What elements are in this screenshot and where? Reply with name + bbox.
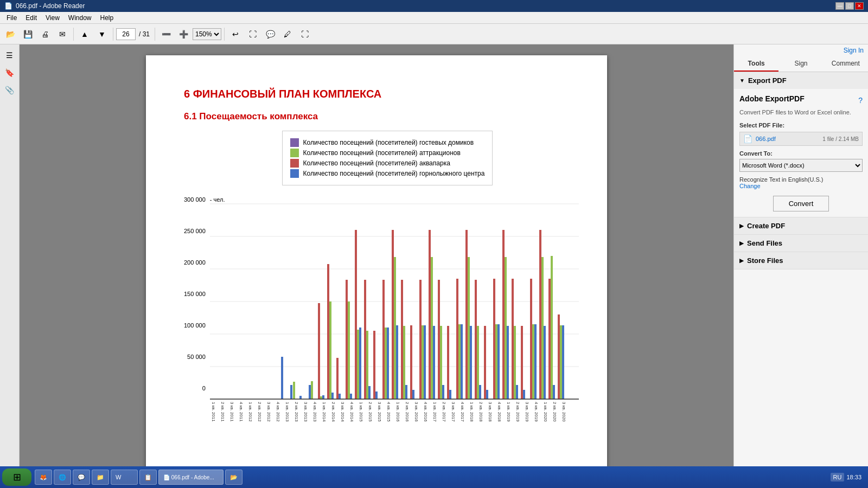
prev-page-button[interactable]: ▲ (76, 27, 93, 42)
print-button[interactable]: 🖨 (37, 27, 53, 42)
svg-text:2 кв. 2015: 2 кв. 2015 (368, 402, 373, 422)
bar (339, 394, 341, 399)
tab-sign[interactable]: Sign (778, 56, 823, 72)
email-button[interactable]: ✉ (54, 27, 71, 42)
comment-button[interactable]: 💬 (262, 27, 278, 42)
taskbar-ie[interactable]: 🌐 (54, 470, 71, 485)
taskbar-adobe[interactable]: 📄 066.pdf - Adobe... (158, 470, 224, 485)
zoom-out-button[interactable]: ➖ (158, 27, 174, 42)
convert-button[interactable]: Convert (773, 196, 829, 211)
send-files-arrow: ▶ (739, 240, 744, 246)
bar (447, 326, 449, 399)
menu-file[interactable]: File (2, 13, 21, 23)
svg-text:3 кв. 2017: 3 кв. 2017 (451, 402, 456, 422)
highlight-button[interactable]: 🖊 (279, 27, 296, 42)
toolbar-sep-4 (224, 28, 225, 41)
open-button[interactable]: 📂 (2, 27, 18, 42)
left-panel: ☰ 🔖 📎 (0, 44, 20, 466)
svg-text:4 кв. 2014: 4 кв. 2014 (349, 402, 354, 422)
taskbar-folder[interactable]: 📂 (225, 470, 242, 485)
bar (431, 257, 433, 399)
legend-color-red (290, 159, 299, 168)
bar (331, 393, 334, 399)
bar (405, 385, 407, 399)
svg-text:2 кв. 2016: 2 кв. 2016 (405, 402, 410, 422)
taskbar-explorer[interactable]: 📁 (92, 470, 109, 485)
bar (523, 390, 525, 399)
next-page-button[interactable]: ▼ (94, 27, 110, 42)
svg-text:3 кв. 2013: 3 кв. 2013 (303, 402, 308, 422)
start-icon: ⊞ (13, 471, 21, 483)
app-icon: 📄 (4, 2, 12, 10)
tab-tools[interactable]: Tools (734, 56, 778, 72)
y-label-100k: 100 000 (184, 322, 206, 329)
clock: 18:33 (846, 474, 861, 480)
svg-text:4 кв. 2019: 4 кв. 2019 (534, 402, 539, 422)
legend-color-purple (290, 138, 299, 147)
bookmark-icon[interactable]: 🔖 (2, 65, 17, 80)
nav-icon[interactable]: ☰ (2, 48, 17, 63)
bar (348, 301, 350, 399)
y-label-250k: 250 000 (184, 228, 206, 234)
title-controls[interactable]: — □ ✕ (835, 2, 864, 10)
bar (403, 326, 405, 399)
bar (558, 314, 560, 399)
taskbar-app6[interactable]: 📋 (139, 470, 157, 485)
svg-text:1 кв. 2013: 1 кв. 2013 (285, 402, 290, 422)
bar (479, 385, 481, 399)
maximize-button[interactable]: □ (845, 2, 854, 10)
tab-comment[interactable]: Comment (824, 56, 868, 72)
y-axis: 300 000 250 000 200 000 150 000 100 000 … (184, 196, 210, 413)
page-number-input[interactable] (116, 28, 136, 40)
send-files-header[interactable]: ▶ Send Files (734, 235, 868, 252)
menu-help[interactable]: Help (96, 13, 118, 23)
bar (394, 257, 396, 399)
start-button[interactable]: ⊞ (2, 468, 31, 486)
bar (477, 326, 479, 399)
pdf-area[interactable]: 6 ФИНАНСОВЫЙ ПЛАН КОМПЛЕКСА 6.1 Посещаем… (20, 44, 733, 466)
save-button[interactable]: 💾 (20, 27, 36, 42)
menu-view[interactable]: View (41, 13, 64, 23)
bar (465, 230, 468, 399)
store-files-label: Store Files (747, 256, 783, 265)
bar (484, 326, 486, 399)
menu-edit[interactable]: Edit (21, 13, 41, 23)
bar (512, 279, 514, 399)
close-button[interactable]: ✕ (855, 2, 864, 10)
svg-text:1 кв. 2011: 1 кв. 2011 (211, 402, 216, 422)
change-link[interactable]: Change (739, 183, 761, 189)
zoom-in-button[interactable]: ➕ (175, 27, 192, 42)
bar (532, 324, 534, 399)
convert-to-select[interactable]: Microsoft Word (*.docx) Microsoft Excel … (739, 159, 863, 172)
fullscreen-button[interactable]: ⛶ (297, 27, 313, 42)
create-pdf-header[interactable]: ▶ Create PDF (734, 217, 868, 234)
bar (551, 256, 553, 399)
zoom-select[interactable]: 150%100%75%200% (193, 28, 221, 40)
rotate-button[interactable]: ↩ (227, 27, 244, 42)
legend-label-2: Количество посещений (посетителей) аквап… (303, 159, 450, 167)
taskbar-word[interactable]: W (111, 470, 138, 485)
bar (382, 280, 385, 399)
select-file-label: Select PDF File: (739, 122, 863, 129)
export-pdf-header[interactable]: ▼ Export PDF (734, 72, 868, 89)
bar (486, 390, 488, 399)
store-files-header[interactable]: ▶ Store Files (734, 252, 868, 269)
minimize-button[interactable]: — (835, 2, 844, 10)
svg-text:1 кв. 2015: 1 кв. 2015 (359, 402, 363, 422)
taskbar-items: 🦊 🌐 💬 📁 W 📋 📄 066.pdf - Adobe... 📂 (33, 470, 825, 485)
legend-color-green (290, 149, 299, 157)
taskbar-skype[interactable]: 💬 (73, 470, 90, 485)
taskbar-firefox[interactable]: 🦊 (35, 470, 52, 485)
fit-page-button[interactable]: ⛶ (245, 27, 261, 42)
svg-text:4 кв. 2016: 4 кв. 2016 (423, 402, 428, 422)
bar (318, 303, 320, 399)
attachment-icon[interactable]: 📎 (2, 82, 17, 98)
svg-text:3 кв. 2011: 3 кв. 2011 (229, 402, 234, 422)
sign-in-link[interactable]: Sign In (734, 44, 868, 56)
create-pdf-section: ▶ Create PDF (734, 217, 868, 235)
menu-window[interactable]: Window (64, 13, 96, 23)
title-bar: 📄 066.pdf - Adobe Reader — □ ✕ (0, 0, 868, 12)
bar (560, 325, 562, 399)
export-desc: Convert PDF files to Word or Excel onlin… (739, 108, 863, 117)
help-icon[interactable]: ? (858, 96, 863, 105)
